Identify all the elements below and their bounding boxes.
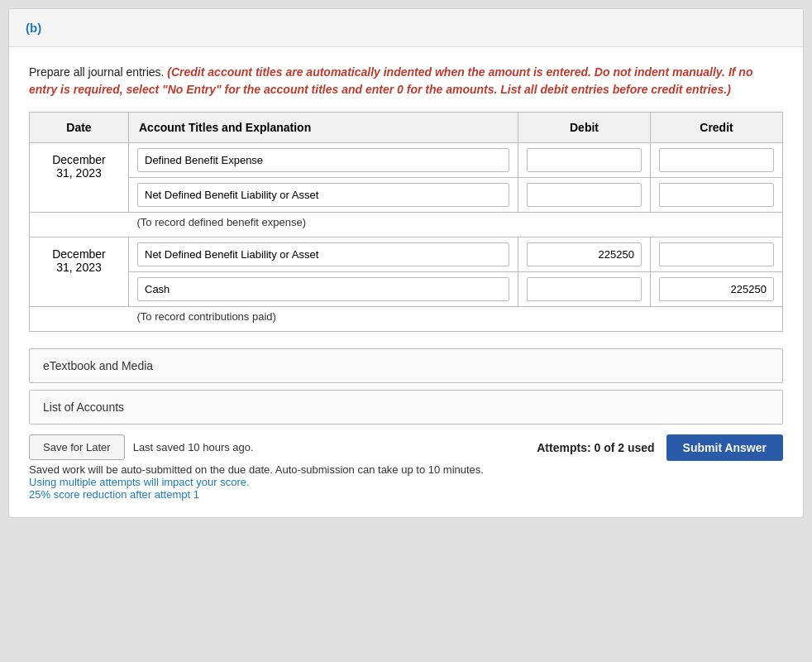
instructions-prefix: Prepare all journal entries. (29, 65, 164, 79)
save-for-later-button[interactable]: Save for Later (29, 434, 125, 460)
entry2-date: December31, 2023 (30, 237, 129, 307)
score-reduction-link[interactable]: 25% score reduction after attempt 1 (29, 488, 484, 501)
entry1-credit2-input[interactable] (659, 183, 774, 207)
entry2-credit2-input[interactable] (659, 277, 774, 301)
col-header-credit: Credit (651, 113, 783, 143)
page-wrapper: (b) Prepare all journal entries. (Credit… (8, 8, 804, 518)
entry1-credit1-input[interactable] (659, 148, 774, 172)
entry2-credit1-input[interactable] (659, 242, 774, 266)
table-header-row: Date Account Titles and Explanation Debi… (30, 113, 783, 143)
entry1-memo-date-cell (30, 213, 129, 237)
entry2-memo-date-cell (30, 307, 129, 332)
entry2-debit1-input[interactable] (527, 242, 642, 266)
col-header-debit: Debit (518, 113, 651, 143)
table-row (30, 272, 783, 307)
submit-answer-button[interactable]: Submit Answer (666, 434, 783, 461)
entry1-debit2-cell (518, 178, 651, 213)
entry2-debit2-input[interactable] (527, 277, 642, 301)
last-saved-text: Last saved 10 hours ago. (133, 441, 254, 453)
entry2-account1-input[interactable] (137, 242, 509, 266)
attempts-text: Attempts: 0 of 2 used (537, 441, 654, 454)
entry1-account2-cell (129, 178, 518, 213)
entry1-date: December31, 2023 (30, 143, 129, 213)
entry2-memo-text: (To record contributions paid) (129, 307, 783, 332)
footer-right: Attempts: 0 of 2 used Submit Answer (537, 434, 783, 461)
entry2-credit1-cell (651, 237, 783, 272)
entry1-memo-row: (To record defined benefit expense) (30, 213, 783, 237)
journal-table: Date Account Titles and Explanation Debi… (29, 112, 783, 332)
entry1-account1-input[interactable] (137, 148, 509, 172)
entry2-account2-cell (129, 272, 518, 307)
entry2-account1-cell (129, 237, 518, 272)
main-content: Prepare all journal entries. (Credit acc… (9, 47, 803, 517)
entry1-credit1-cell (651, 143, 783, 178)
col-header-account: Account Titles and Explanation (129, 113, 518, 143)
bottom-panels: eTextbook and Media List of Accounts (29, 348, 783, 425)
entry2-debit1-cell (518, 237, 651, 272)
entry2-account2-input[interactable] (137, 277, 509, 301)
entry1-debit2-input[interactable] (527, 183, 642, 207)
entry1-credit2-cell (651, 178, 783, 213)
footer-left: Save for Later Last saved 10 hours ago. … (29, 434, 484, 501)
entry1-account2-input[interactable] (137, 183, 509, 207)
section-label: (b) (26, 21, 41, 35)
col-header-date: Date (30, 113, 129, 143)
table-row: December31, 2023 (30, 237, 783, 272)
entry1-memo-text: (To record defined benefit expense) (129, 213, 783, 237)
save-area: Save for Later Last saved 10 hours ago. (29, 434, 484, 460)
footer-bar: Save for Later Last saved 10 hours ago. … (29, 434, 783, 501)
list-of-accounts-panel[interactable]: List of Accounts (29, 390, 783, 425)
etextbook-label: eTextbook and Media (43, 359, 153, 372)
entry2-debit2-cell (518, 272, 651, 307)
instructions-block: Prepare all journal entries. (Credit acc… (29, 64, 783, 98)
entry1-debit1-input[interactable] (527, 148, 642, 172)
section-header: (b) (9, 9, 803, 47)
auto-submit-text: Saved work will be auto-submitted on the… (29, 463, 484, 476)
table-row: December31, 2023 (30, 143, 783, 178)
entry1-account1-cell (129, 143, 518, 178)
entry2-credit2-cell (651, 272, 783, 307)
etextbook-panel[interactable]: eTextbook and Media (29, 348, 783, 383)
list-of-accounts-label: List of Accounts (43, 401, 124, 414)
impact-score-link[interactable]: Using multiple attempts will impact your… (29, 476, 484, 488)
table-row (30, 178, 783, 213)
entry1-debit1-cell (518, 143, 651, 178)
entry2-memo-row: (To record contributions paid) (30, 307, 783, 332)
